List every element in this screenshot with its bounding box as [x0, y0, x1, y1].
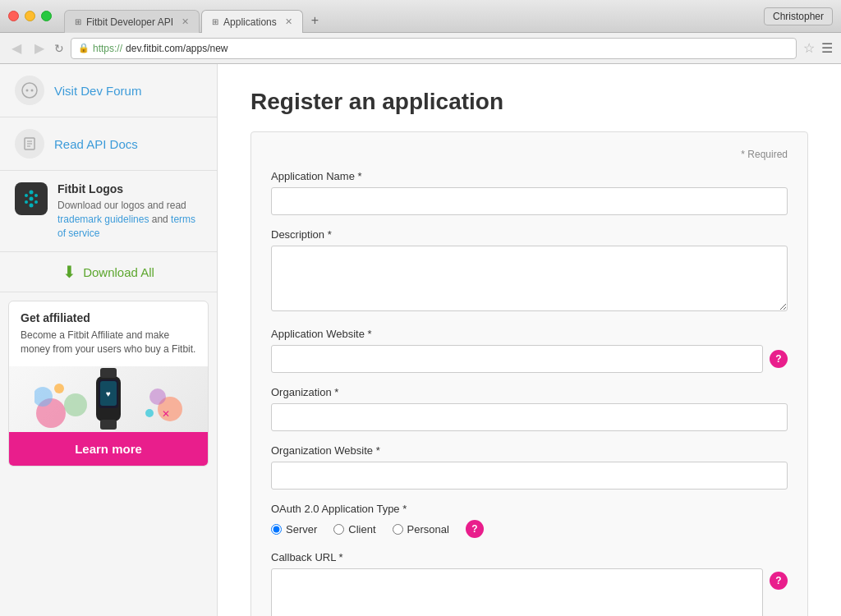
app-website-label: Application Website *	[271, 328, 788, 340]
oauth-client-radio[interactable]	[333, 524, 344, 535]
fitbit-device-image: ♥ ✕	[9, 366, 208, 432]
tabs-bar: ⊞ Fitbit Developer API ✕ ⊞ Applications …	[64, 0, 764, 32]
svg-text:✕: ✕	[162, 408, 170, 420]
url-bar[interactable]: 🔒 https://	[71, 38, 797, 59]
fitbit-logos-title: Fitbit Logos	[57, 182, 202, 195]
svg-point-18	[149, 388, 166, 405]
svg-rect-22	[100, 368, 117, 378]
svg-point-2	[31, 90, 34, 92]
user-menu[interactable]: Christopher	[764, 7, 833, 25]
tab2-label: Applications	[223, 16, 277, 28]
fitbit-logo-icon	[15, 182, 48, 215]
app-name-input[interactable]	[271, 187, 788, 215]
oauth-personal-option[interactable]: Personal	[393, 523, 449, 536]
svg-point-12	[34, 194, 38, 197]
svg-point-27	[145, 409, 154, 417]
back-button[interactable]: ◀	[8, 39, 25, 57]
get-affiliated-title: Get affiliated	[21, 311, 196, 324]
tab1-label: Fitbit Developer API	[86, 16, 173, 28]
tab1-icon: ⊞	[75, 17, 81, 26]
user-label: Christopher	[773, 11, 824, 22]
callback-url-help-icon[interactable]: ?	[770, 572, 788, 590]
oauth-type-group: OAuth 2.0 Application Type * Server Clie…	[271, 503, 788, 538]
oauth-radio-group: Server Client Personal ?	[271, 520, 788, 538]
callback-url-group: Callback URL * ?	[271, 551, 788, 616]
callback-url-row: ?	[271, 568, 788, 616]
oauth-client-option[interactable]: Client	[333, 523, 375, 536]
app-name-label: Application Name *	[271, 170, 788, 182]
api-docs-icon	[15, 129, 44, 159]
svg-point-11	[25, 200, 28, 204]
window-controls	[8, 11, 52, 21]
oauth-personal-label: Personal	[407, 523, 449, 536]
address-bar: ◀ ▶ ↻ 🔒 https:// ☆ ☰	[0, 33, 841, 64]
tab-applications[interactable]: ⊞ Applications ✕	[201, 10, 303, 33]
page-title: Register an application	[250, 89, 808, 115]
sidebar-item-api-docs[interactable]: Read API Docs	[0, 117, 217, 171]
learn-more-button[interactable]: Learn more	[9, 432, 208, 466]
forward-button[interactable]: ▶	[31, 39, 48, 57]
trademark-link[interactable]: trademark guidelines	[57, 214, 149, 225]
get-affiliated-desc: Become a Fitbit Affiliate and make money…	[21, 329, 196, 356]
sidebar-item-forum[interactable]: Visit Dev Forum	[0, 64, 217, 117]
organization-group: Organization *	[271, 386, 788, 431]
svg-point-13	[34, 200, 38, 204]
description-label: Description *	[271, 228, 788, 241]
get-affiliated-section: Get affiliated Become a Fitbit Affiliate…	[8, 301, 209, 467]
menu-button[interactable]: ☰	[821, 40, 833, 56]
app-website-row: ?	[271, 345, 788, 373]
title-bar: ⊞ Fitbit Developer API ✕ ⊞ Applications …	[0, 0, 841, 33]
url-input[interactable]	[126, 43, 789, 54]
callback-url-input[interactable]	[271, 568, 763, 616]
svg-point-7	[30, 191, 34, 195]
bookmark-button[interactable]: ☆	[803, 40, 815, 56]
svg-point-25	[54, 384, 64, 393]
download-all-label: Download All	[83, 265, 154, 279]
download-all-button[interactable]: ⬇ Download All	[62, 262, 154, 282]
org-website-input[interactable]	[271, 462, 788, 490]
main-content: Register an application * Required Appli…	[218, 64, 841, 616]
tab1-close[interactable]: ✕	[182, 16, 189, 27]
fitbit-logos-info: Fitbit Logos Download our logos and read…	[57, 182, 202, 240]
oauth-client-label: Client	[348, 523, 375, 536]
minimize-button[interactable]	[25, 11, 35, 21]
app-website-help-icon[interactable]: ?	[770, 350, 788, 368]
oauth-server-radio[interactable]	[271, 524, 282, 535]
svg-rect-23	[100, 420, 117, 430]
refresh-button[interactable]: ↻	[54, 42, 64, 55]
close-button[interactable]	[8, 11, 19, 21]
download-all-section: ⬇ Download All	[0, 252, 217, 292]
browser-content: Visit Dev Forum Read API Docs	[0, 64, 841, 616]
download-arrow-icon: ⬇	[62, 262, 76, 282]
oauth-help-icon[interactable]: ?	[466, 520, 484, 538]
svg-text:♥: ♥	[106, 389, 111, 398]
required-note: * Required	[271, 149, 788, 160]
forum-icon	[15, 76, 44, 105]
description-group: Description *	[271, 228, 788, 315]
org-website-group: Organization Website *	[271, 444, 788, 490]
description-input[interactable]	[271, 246, 788, 311]
app-name-group: Application Name *	[271, 170, 788, 215]
sidebar: Visit Dev Forum Read API Docs	[0, 64, 218, 616]
oauth-server-label: Server	[286, 523, 317, 536]
oauth-personal-radio[interactable]	[393, 524, 403, 535]
tab2-icon: ⊞	[212, 17, 218, 26]
get-affiliated-content: Get affiliated Become a Fitbit Affiliate…	[9, 301, 208, 366]
fitbit-logos-desc: Download our logos and read trademark gu…	[57, 199, 202, 240]
maximize-button[interactable]	[41, 11, 52, 21]
svg-point-1	[26, 90, 29, 92]
svg-point-0	[22, 83, 37, 98]
app-website-input[interactable]	[271, 345, 763, 373]
svg-point-9	[30, 204, 34, 208]
tab2-close[interactable]: ✕	[285, 16, 292, 27]
oauth-server-option[interactable]: Server	[271, 523, 317, 536]
svg-point-15	[64, 393, 87, 416]
svg-point-10	[25, 194, 28, 197]
api-docs-label: Read API Docs	[54, 137, 138, 151]
organization-label: Organization *	[271, 386, 788, 398]
tab-fitbit-dev[interactable]: ⊞ Fitbit Developer API ✕	[64, 10, 200, 33]
url-https: https://	[93, 43, 122, 54]
oauth-label: OAuth 2.0 Application Type *	[271, 503, 788, 515]
organization-input[interactable]	[271, 403, 788, 431]
new-tab-button[interactable]: +	[305, 9, 325, 32]
